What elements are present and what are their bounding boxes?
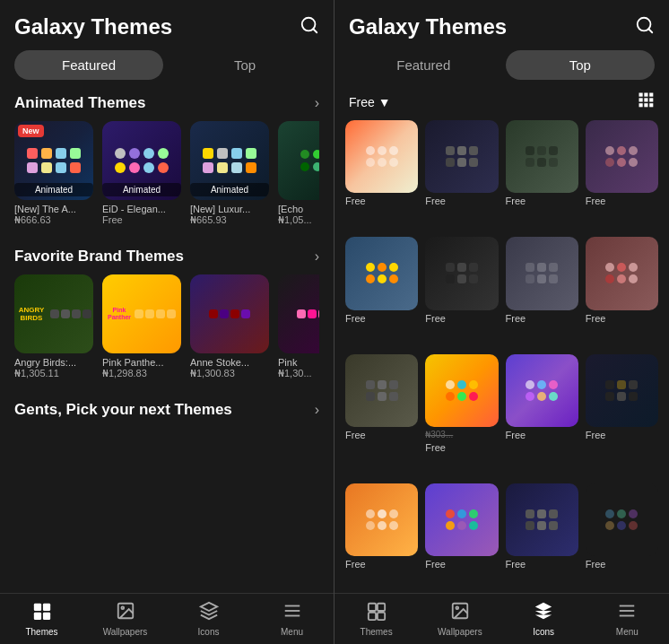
grid-card-image — [586, 483, 658, 556]
list-item[interactable]: Free — [506, 354, 578, 476]
screens-container: Galaxy Themes Featured Top Animated Them… — [0, 0, 669, 644]
nav-menu[interactable]: Menu — [250, 594, 334, 644]
left-main-content: Animated Themes › New — [0, 87, 334, 593]
list-item[interactable]: Free — [425, 120, 498, 230]
theme-card-image: Animated — [102, 121, 181, 200]
brand-themes-row: ANGRY BIRDS Angry Birds:... ₦1,305.11 — [14, 274, 319, 383]
svg-point-27 — [456, 606, 458, 609]
list-item[interactable]: Free — [586, 237, 658, 346]
left-tab-top[interactable]: Top — [170, 50, 319, 80]
list-item[interactable]: ₦303... Free — [425, 354, 498, 476]
list-item[interactable]: Animated EiD - Elegan... Free — [102, 121, 181, 226]
right-nav-icons[interactable]: Icons — [502, 594, 586, 644]
nav-menu-label: Menu — [281, 627, 303, 637]
grid-card-image — [345, 354, 418, 427]
grid-card-image — [506, 354, 578, 427]
right-tab-top[interactable]: Top — [506, 50, 656, 80]
list-item[interactable]: Free — [345, 483, 418, 593]
grid-card-image — [506, 483, 578, 556]
list-item[interactable]: Anne Stoke... ₦1,300.83 — [190, 274, 269, 379]
theme-card-name: Pink — [278, 357, 319, 368]
right-nav-menu-label: Menu — [616, 627, 639, 637]
list-item[interactable]: Free — [586, 483, 658, 593]
right-header: Galaxy Themes — [334, 0, 669, 47]
list-item[interactable]: New Animated — [14, 121, 93, 226]
svg-rect-19 — [639, 103, 643, 107]
svg-rect-4 — [33, 613, 40, 620]
wallpapers-icon — [116, 601, 135, 625]
grid-card-original-price: ₦303... — [425, 430, 498, 439]
svg-rect-17 — [644, 98, 647, 101]
theme-card-price: ₦665.93 — [190, 214, 269, 226]
gents-chevron-icon[interactable]: › — [315, 402, 319, 418]
svg-point-7 — [121, 606, 124, 609]
grid-card-image — [586, 237, 658, 309]
grid-card-image — [506, 237, 578, 309]
theme-card-name: [Echo — [278, 204, 319, 214]
grid-card-price: Free — [345, 313, 418, 324]
theme-card-price: ₦1,298.83 — [102, 368, 181, 379]
svg-line-1 — [313, 29, 317, 32]
brand-chevron-icon[interactable]: › — [315, 248, 319, 265]
gents-section: Gents, Pick your next Themes › — [0, 394, 334, 431]
grid-card-price: Free — [586, 430, 658, 440]
list-item[interactable]: Free — [586, 120, 658, 230]
theme-card-price: ₦1,305.11 — [14, 368, 93, 379]
theme-card-name: Angry Birds:... — [14, 357, 93, 368]
list-item[interactable]: [Echo ₦1,05... — [278, 121, 319, 226]
svg-rect-24 — [368, 613, 375, 620]
list-item[interactable]: Animated [New] Luxur... ₦665.93 — [190, 121, 269, 226]
right-menu-icon — [617, 601, 637, 625]
filter-row: Free ▼ — [334, 87, 669, 120]
right-title: Galaxy Themes — [349, 14, 507, 39]
nav-icons[interactable]: Icons — [167, 594, 250, 644]
right-search-button[interactable] — [635, 15, 655, 39]
list-item[interactable]: Free — [425, 237, 498, 346]
left-title: Galaxy Themes — [14, 14, 172, 39]
list-item[interactable]: Free — [586, 354, 658, 476]
animated-chevron-icon[interactable]: › — [315, 95, 319, 111]
grid-card-image — [345, 483, 418, 556]
right-nav-icons-label: Icons — [533, 627, 554, 637]
right-nav-themes-label: Themes — [361, 627, 393, 637]
list-item[interactable]: Free — [345, 237, 418, 346]
list-item[interactable]: Free — [425, 483, 498, 593]
svg-rect-14 — [644, 93, 647, 97]
nav-wallpapers[interactable]: Wallpapers — [83, 594, 167, 644]
list-item[interactable]: Pink ₦1,30... — [278, 274, 319, 379]
grid-card-image — [586, 120, 658, 193]
nav-themes-label: Themes — [25, 627, 57, 637]
list-item[interactable]: PinkPanther Pink Panthe... ₦1,298.83 — [102, 274, 181, 379]
brand-themes-title: Favorite Brand Themes — [14, 248, 184, 265]
menu-icon — [282, 601, 302, 625]
left-bottom-nav: Themes Wallpapers Icons — [0, 593, 334, 644]
list-item[interactable]: Free — [506, 120, 578, 230]
right-nav-menu[interactable]: Menu — [586, 594, 669, 644]
right-icons-icon — [534, 601, 553, 625]
nav-themes[interactable]: Themes — [0, 594, 83, 644]
right-tab-featured[interactable]: Featured — [349, 50, 499, 80]
gents-title: Gents, Pick your next Themes — [14, 401, 232, 419]
right-nav-themes[interactable]: Themes — [334, 594, 418, 644]
list-item[interactable]: Free — [345, 354, 418, 476]
free-filter-button[interactable]: Free ▼ — [349, 95, 391, 109]
svg-rect-16 — [639, 98, 643, 101]
list-item[interactable]: ANGRY BIRDS Angry Birds:... ₦1,305.11 — [14, 274, 93, 379]
list-item[interactable]: Free — [345, 120, 418, 230]
grid-card-price: Free — [425, 313, 498, 324]
grid-card-image — [586, 354, 658, 427]
left-tab-featured[interactable]: Featured — [14, 50, 163, 80]
left-search-button[interactable] — [300, 15, 319, 39]
svg-rect-15 — [649, 93, 653, 97]
right-nav-wallpapers[interactable]: Wallpapers — [418, 594, 501, 644]
grid-card-image — [425, 237, 498, 309]
right-themes-icon — [367, 601, 387, 625]
svg-rect-20 — [644, 103, 647, 107]
theme-card-price: Free — [102, 214, 181, 225]
theme-card-name: Anne Stoke... — [190, 357, 269, 368]
right-bottom-nav: Themes Wallpapers Icons — [334, 593, 669, 644]
list-item[interactable]: Free — [506, 483, 578, 593]
list-item[interactable]: Free — [506, 237, 578, 346]
theme-card-image — [278, 121, 319, 200]
grid-toggle-button[interactable] — [637, 91, 655, 113]
